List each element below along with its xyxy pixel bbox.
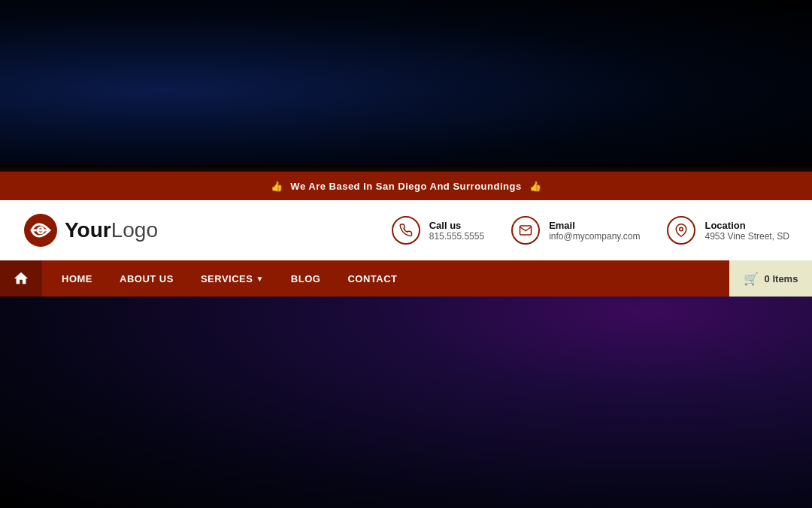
header: YourLogo Call us 815.555.5555 <box>0 200 812 260</box>
chevron-down-icon: ▼ <box>256 275 263 283</box>
contact-item-email: Email info@mycompany.com <box>511 216 640 245</box>
contact-details-location: Location 4953 Vine Street, SD <box>704 220 789 242</box>
logo-text: YourLogo <box>65 218 158 242</box>
svg-point-3 <box>680 227 683 231</box>
announcement-text: 👍 We Are Based In San Diego And Surround… <box>266 181 547 192</box>
emoji-right: 👍 <box>529 181 542 192</box>
nav-link-home[interactable]: HOME <box>50 260 105 297</box>
contact-details-phone: Call us 815.555.5555 <box>429 220 484 242</box>
nav-link-blog[interactable]: BLOG <box>279 260 333 297</box>
location-icon <box>674 224 688 237</box>
contact-details-email: Email info@mycompany.com <box>549 220 640 242</box>
phone-icon-circle <box>392 216 420 245</box>
home-icon <box>13 270 29 287</box>
logo-area[interactable]: YourLogo <box>23 212 158 248</box>
cart-icon: 🛒 <box>744 272 759 286</box>
contact-label-location: Location <box>704 220 789 231</box>
phone-icon <box>399 224 413 237</box>
nav-link-contact[interactable]: CONTACT <box>335 260 409 297</box>
cart-area[interactable]: 🛒 0 Items <box>729 260 812 297</box>
announcement-bar: 👍 We Are Based In San Diego And Surround… <box>0 172 812 200</box>
logo-bold: Your <box>65 218 111 242</box>
logo-icon <box>23 212 59 248</box>
announcement-message: We Are Based In San Diego And Surroundin… <box>290 181 521 192</box>
nav-link-services[interactable]: SERVICES ▼ <box>189 260 276 297</box>
navbar: HOME ABOUT US SERVICES ▼ BLOG CONTACT 🛒 … <box>0 260 812 297</box>
cart-label: 0 Items <box>765 273 798 284</box>
nav-services-label: SERVICES <box>201 273 253 284</box>
nav-links: HOME ABOUT US SERVICES ▼ BLOG CONTACT <box>42 260 729 297</box>
email-icon-circle <box>511 216 540 245</box>
page-content: 👍 We Are Based In San Diego And Surround… <box>0 0 812 297</box>
nav-link-about[interactable]: ABOUT US <box>108 260 186 297</box>
emoji-left: 👍 <box>271 181 283 192</box>
contact-item-location: Location 4953 Vine Street, SD <box>667 216 789 245</box>
location-icon-circle <box>667 216 695 245</box>
email-icon <box>519 224 532 237</box>
nav-home-button[interactable] <box>0 260 42 297</box>
contact-value-location: 4953 Vine Street, SD <box>704 231 789 242</box>
contact-value-phone: 815.555.5555 <box>429 231 484 242</box>
contact-item-phone: Call us 815.555.5555 <box>392 216 484 245</box>
contact-info: Call us 815.555.5555 Email info@mycompan… <box>392 216 789 245</box>
contact-value-email: info@mycompany.com <box>549 231 640 242</box>
contact-label-email: Email <box>549 220 640 231</box>
logo-thin: Logo <box>111 218 158 242</box>
contact-label-phone: Call us <box>429 220 484 231</box>
